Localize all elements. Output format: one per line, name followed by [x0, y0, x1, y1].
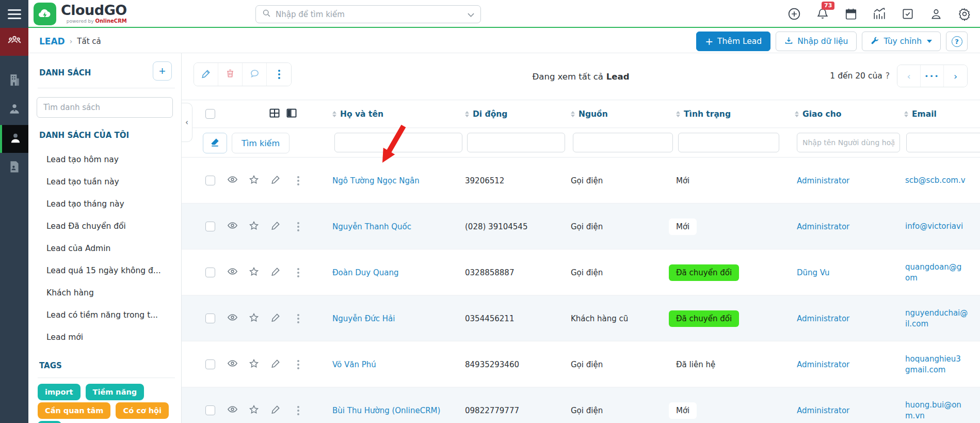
tag-pill[interactable]: import — [38, 384, 81, 400]
select-all-checkbox[interactable] — [205, 109, 215, 119]
column-filter-input[interactable] — [678, 133, 779, 152]
global-search-input[interactable] — [276, 10, 463, 19]
hamburger-menu-icon[interactable] — [0, 0, 28, 28]
lead-assigned-link[interactable]: Administrator — [797, 360, 849, 369]
view-lead-button[interactable] — [226, 249, 238, 295]
edit-lead-button[interactable] — [269, 249, 282, 295]
lead-assigned-link[interactable]: Dũng Vu — [797, 268, 830, 277]
rail-item-team[interactable] — [0, 28, 28, 56]
favorite-button[interactable] — [248, 295, 260, 341]
lead-assigned-link[interactable]: Administrator — [797, 176, 849, 185]
sidebar-list-item[interactable]: Lead của Admin — [46, 238, 177, 260]
clear-filters-button[interactable] — [203, 133, 227, 153]
row-more-button[interactable] — [292, 158, 304, 203]
search-filters-button[interactable]: Tìm kiếm — [232, 133, 290, 153]
sidebar-list-item[interactable]: Lead tạo tuần này — [46, 171, 177, 193]
global-search[interactable] — [255, 5, 481, 23]
view-lead-button[interactable] — [226, 203, 238, 249]
view-lead-button[interactable] — [226, 295, 238, 341]
row-checkbox[interactable] — [205, 222, 215, 231]
lead-name-link[interactable]: Nguyễn Đức Hải — [332, 314, 395, 323]
favorite-button[interactable] — [248, 203, 260, 249]
settings-gear-icon[interactable] — [957, 7, 972, 21]
lead-name-link[interactable]: Ngô Tường Ngọc Ngân — [332, 176, 420, 185]
pagination-total-unknown[interactable]: ? — [886, 71, 890, 81]
column-filter-input[interactable] — [906, 133, 980, 152]
sidebar-list-item[interactable]: Lead tạo hôm nay — [46, 149, 177, 171]
sidebar-list-item[interactable]: Lead Đã chuyển đổi — [46, 215, 177, 238]
view-lead-button[interactable] — [226, 158, 238, 203]
edit-lead-button[interactable] — [269, 295, 282, 341]
row-checkbox[interactable] — [205, 314, 215, 323]
column-header[interactable]: Họ và tên — [332, 100, 383, 128]
lead-name-link[interactable]: Bùi Thu Hường (OnlineCRM) — [332, 406, 440, 415]
tag-pill[interactable] — [38, 421, 61, 423]
tag-pill[interactable]: Tiềm năng — [86, 384, 144, 400]
lead-name-link[interactable]: Nguyễn Thanh Quốc — [332, 222, 411, 231]
row-more-button[interactable] — [292, 295, 304, 341]
column-header[interactable]: Nguồn — [571, 100, 608, 128]
row-more-button[interactable] — [292, 203, 304, 249]
row-more-button[interactable] — [292, 249, 304, 295]
column-filter-input[interactable] — [467, 133, 565, 152]
lead-email[interactable]: quangdoan@gom — [905, 249, 980, 295]
rail-item-business-contacts[interactable] — [0, 96, 28, 124]
search-chevron-down-icon[interactable] — [468, 9, 474, 19]
sidebar-list-item[interactable]: Lead mới — [46, 326, 177, 349]
lead-name-link[interactable]: Võ Văn Phú — [332, 360, 376, 369]
tag-pill[interactable]: Có cơ hội — [116, 402, 169, 419]
add-list-button[interactable]: + — [153, 61, 172, 81]
row-more-button[interactable] — [292, 387, 304, 423]
help-button[interactable]: ? — [946, 32, 968, 51]
column-header[interactable]: Giao cho — [795, 100, 841, 128]
user-icon[interactable] — [929, 7, 943, 21]
row-checkbox[interactable] — [205, 359, 215, 369]
row-more-button[interactable] — [292, 341, 304, 387]
lead-email[interactable]: hoquanghieu3gmail.com — [905, 341, 980, 387]
favorite-button[interactable] — [248, 387, 260, 423]
delete-selected-button[interactable] — [218, 63, 243, 86]
favorite-button[interactable] — [248, 249, 260, 295]
column-header[interactable]: Di động — [465, 100, 507, 128]
rail-item-company[interactable] — [0, 67, 28, 95]
calendar-icon[interactable] — [844, 7, 858, 21]
column-header[interactable]: Email — [904, 100, 937, 128]
lead-assigned-link[interactable]: Administrator — [797, 314, 849, 323]
edit-lead-button[interactable] — [269, 387, 282, 423]
edit-lead-button[interactable] — [269, 341, 282, 387]
sidebar-list-item[interactable]: Lead quá 15 ngày không đ... — [46, 260, 177, 282]
tasks-icon[interactable] — [901, 7, 915, 21]
rail-item-documents[interactable] — [0, 154, 28, 182]
column-filter-input[interactable] — [797, 133, 900, 152]
sidebar-list-item[interactable]: Khách hàng — [46, 282, 177, 304]
comment-selected-button[interactable] — [243, 63, 267, 86]
prev-page-button[interactable]: ‹ — [897, 65, 921, 87]
sidebar-collapse-tab[interactable]: ‹ — [182, 103, 192, 142]
lead-email[interactable]: huong.bui@onm.vn — [905, 387, 980, 423]
column-header[interactable]: Tình trạng — [676, 100, 731, 128]
more-actions-button[interactable] — [267, 63, 291, 86]
quick-add-icon[interactable] — [787, 7, 801, 21]
column-filter-input[interactable] — [334, 133, 462, 152]
lead-email[interactable]: nguyenduchai@il.com — [905, 295, 980, 341]
row-checkbox[interactable] — [205, 268, 215, 277]
customize-button[interactable]: Tùy chỉnh — [862, 32, 941, 51]
analytics-icon[interactable] — [872, 7, 887, 21]
grid-view-icon[interactable] — [268, 107, 281, 121]
favorite-button[interactable] — [248, 158, 260, 203]
breadcrumb-module[interactable]: LEAD — [39, 36, 65, 46]
rail-item-leads[interactable] — [0, 125, 28, 153]
app-logo[interactable]: CloudGO powered by OnlineCRM — [34, 3, 127, 25]
edit-selected-button[interactable] — [194, 63, 218, 86]
next-page-button[interactable]: › — [944, 65, 967, 87]
notifications-bell-icon[interactable]: 73 — [815, 7, 830, 21]
tag-pill[interactable]: Cần quan tâm — [38, 402, 110, 419]
lead-email[interactable]: info@victoriavi — [905, 203, 980, 249]
lead-assigned-link[interactable]: Administrator — [797, 406, 849, 415]
sidebar-list-item[interactable]: Lead có tiềm năng trong t... — [46, 304, 177, 326]
edit-lead-button[interactable] — [269, 203, 282, 249]
lead-email[interactable]: scb@scb.com.v — [905, 158, 980, 203]
favorite-button[interactable] — [248, 341, 260, 387]
lead-assigned-link[interactable]: Administrator — [797, 222, 849, 231]
row-checkbox[interactable] — [205, 176, 215, 185]
